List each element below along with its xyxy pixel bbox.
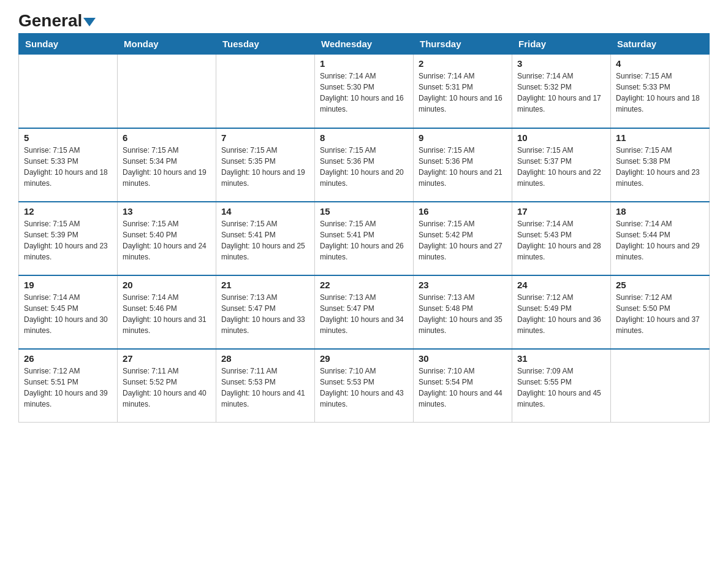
day-number: 20 <box>123 280 211 290</box>
calendar-day-6: 6Sunrise: 7:15 AMSunset: 5:34 PMDaylight… <box>118 128 216 202</box>
day-number: 23 <box>419 280 507 290</box>
day-number: 9 <box>419 132 507 143</box>
day-number: 18 <box>616 206 704 216</box>
day-number: 8 <box>320 132 408 143</box>
calendar-day-1: 1Sunrise: 7:14 AMSunset: 5:30 PMDaylight… <box>315 55 414 128</box>
day-info: Sunrise: 7:14 AMSunset: 5:44 PMDaylight:… <box>616 218 704 262</box>
calendar-week-row: 5Sunrise: 7:15 AMSunset: 5:33 PMDaylight… <box>19 128 710 202</box>
day-info: Sunrise: 7:15 AMSunset: 5:38 PMDaylight:… <box>616 145 704 189</box>
day-info: Sunrise: 7:11 AMSunset: 5:53 PMDaylight:… <box>221 366 309 410</box>
calendar-day-9: 9Sunrise: 7:15 AMSunset: 5:36 PMDaylight… <box>414 128 512 202</box>
day-info: Sunrise: 7:09 AMSunset: 5:55 PMDaylight:… <box>517 366 605 410</box>
calendar-day-16: 16Sunrise: 7:15 AMSunset: 5:42 PMDayligh… <box>414 202 512 275</box>
calendar-day-22: 22Sunrise: 7:13 AMSunset: 5:47 PMDayligh… <box>315 275 414 349</box>
day-number: 7 <box>221 132 309 143</box>
day-info: Sunrise: 7:15 AMSunset: 5:40 PMDaylight:… <box>123 218 211 262</box>
calendar-day-21: 21Sunrise: 7:13 AMSunset: 5:47 PMDayligh… <box>216 275 315 349</box>
calendar-day-12: 12Sunrise: 7:15 AMSunset: 5:39 PMDayligh… <box>19 202 118 275</box>
calendar-day-26: 26Sunrise: 7:12 AMSunset: 5:51 PMDayligh… <box>19 349 118 423</box>
day-number: 30 <box>419 353 507 364</box>
calendar-week-row: 19Sunrise: 7:14 AMSunset: 5:45 PMDayligh… <box>19 275 710 349</box>
calendar-day-8: 8Sunrise: 7:15 AMSunset: 5:36 PMDaylight… <box>315 128 414 202</box>
day-info: Sunrise: 7:14 AMSunset: 5:46 PMDaylight:… <box>123 292 211 336</box>
day-info: Sunrise: 7:15 AMSunset: 5:34 PMDaylight:… <box>123 145 211 189</box>
day-info: Sunrise: 7:11 AMSunset: 5:52 PMDaylight:… <box>123 366 211 410</box>
calendar-empty-cell <box>19 55 118 128</box>
calendar-day-25: 25Sunrise: 7:12 AMSunset: 5:50 PMDayligh… <box>611 275 710 349</box>
calendar-day-2: 2Sunrise: 7:14 AMSunset: 5:31 PMDaylight… <box>414 55 512 128</box>
calendar-day-10: 10Sunrise: 7:15 AMSunset: 5:37 PMDayligh… <box>512 128 611 202</box>
day-number: 6 <box>123 132 211 143</box>
calendar-day-5: 5Sunrise: 7:15 AMSunset: 5:33 PMDaylight… <box>19 128 118 202</box>
day-info: Sunrise: 7:12 AMSunset: 5:50 PMDaylight:… <box>616 292 704 336</box>
calendar-day-4: 4Sunrise: 7:15 AMSunset: 5:33 PMDaylight… <box>611 55 710 128</box>
day-number: 14 <box>221 206 309 216</box>
day-number: 25 <box>616 280 704 290</box>
calendar-day-13: 13Sunrise: 7:15 AMSunset: 5:40 PMDayligh… <box>118 202 216 275</box>
day-number: 4 <box>616 58 704 69</box>
calendar-header-friday: Friday <box>512 34 611 55</box>
day-info: Sunrise: 7:15 AMSunset: 5:42 PMDaylight:… <box>419 218 507 262</box>
day-info: Sunrise: 7:15 AMSunset: 5:36 PMDaylight:… <box>419 145 507 189</box>
calendar-header-saturday: Saturday <box>611 34 710 55</box>
day-info: Sunrise: 7:15 AMSunset: 5:36 PMDaylight:… <box>320 145 408 189</box>
day-info: Sunrise: 7:14 AMSunset: 5:31 PMDaylight:… <box>419 71 507 115</box>
calendar-week-row: 1Sunrise: 7:14 AMSunset: 5:30 PMDaylight… <box>19 55 710 128</box>
day-info: Sunrise: 7:15 AMSunset: 5:41 PMDaylight:… <box>221 218 309 262</box>
day-number: 5 <box>24 132 112 143</box>
day-number: 26 <box>24 353 112 364</box>
day-number: 16 <box>419 206 507 216</box>
day-info: Sunrise: 7:15 AMSunset: 5:33 PMDaylight:… <box>24 145 112 189</box>
day-number: 19 <box>24 280 112 290</box>
logo-general-word: General <box>18 12 82 29</box>
day-number: 13 <box>123 206 211 216</box>
calendar-header-row: SundayMondayTuesdayWednesdayThursdayFrid… <box>19 34 710 55</box>
calendar-week-row: 12Sunrise: 7:15 AMSunset: 5:39 PMDayligh… <box>19 202 710 275</box>
calendar-header-wednesday: Wednesday <box>315 34 414 55</box>
calendar-header-thursday: Thursday <box>414 34 512 55</box>
calendar-day-23: 23Sunrise: 7:13 AMSunset: 5:48 PMDayligh… <box>414 275 512 349</box>
calendar-day-18: 18Sunrise: 7:14 AMSunset: 5:44 PMDayligh… <box>611 202 710 275</box>
day-number: 2 <box>419 58 507 69</box>
calendar-week-row: 26Sunrise: 7:12 AMSunset: 5:51 PMDayligh… <box>19 349 710 423</box>
calendar-day-15: 15Sunrise: 7:15 AMSunset: 5:41 PMDayligh… <box>315 202 414 275</box>
day-info: Sunrise: 7:12 AMSunset: 5:51 PMDaylight:… <box>24 366 112 410</box>
day-number: 10 <box>517 132 605 143</box>
day-info: Sunrise: 7:14 AMSunset: 5:30 PMDaylight:… <box>320 71 408 115</box>
calendar-day-17: 17Sunrise: 7:14 AMSunset: 5:43 PMDayligh… <box>512 202 611 275</box>
calendar-day-27: 27Sunrise: 7:11 AMSunset: 5:52 PMDayligh… <box>118 349 216 423</box>
calendar-day-14: 14Sunrise: 7:15 AMSunset: 5:41 PMDayligh… <box>216 202 315 275</box>
day-info: Sunrise: 7:13 AMSunset: 5:47 PMDaylight:… <box>320 292 408 336</box>
calendar-header-tuesday: Tuesday <box>216 34 315 55</box>
day-info: Sunrise: 7:15 AMSunset: 5:33 PMDaylight:… <box>616 71 704 115</box>
day-number: 27 <box>123 353 211 364</box>
day-number: 31 <box>517 353 605 364</box>
day-info: Sunrise: 7:10 AMSunset: 5:53 PMDaylight:… <box>320 366 408 410</box>
calendar-empty-cell <box>118 55 216 128</box>
day-info: Sunrise: 7:13 AMSunset: 5:48 PMDaylight:… <box>419 292 507 336</box>
day-number: 21 <box>221 280 309 290</box>
day-info: Sunrise: 7:15 AMSunset: 5:41 PMDaylight:… <box>320 218 408 262</box>
day-number: 3 <box>517 58 605 69</box>
day-number: 28 <box>221 353 309 364</box>
day-info: Sunrise: 7:10 AMSunset: 5:54 PMDaylight:… <box>419 366 507 410</box>
day-number: 22 <box>320 280 408 290</box>
day-number: 12 <box>24 206 112 216</box>
calendar-day-7: 7Sunrise: 7:15 AMSunset: 5:35 PMDaylight… <box>216 128 315 202</box>
day-info: Sunrise: 7:15 AMSunset: 5:35 PMDaylight:… <box>221 145 309 189</box>
calendar-empty-cell <box>611 349 710 423</box>
calendar-day-19: 19Sunrise: 7:14 AMSunset: 5:45 PMDayligh… <box>19 275 118 349</box>
calendar-day-11: 11Sunrise: 7:15 AMSunset: 5:38 PMDayligh… <box>611 128 710 202</box>
day-number: 11 <box>616 132 704 143</box>
logo: General <box>18 12 96 27</box>
day-info: Sunrise: 7:15 AMSunset: 5:37 PMDaylight:… <box>517 145 605 189</box>
calendar-day-29: 29Sunrise: 7:10 AMSunset: 5:53 PMDayligh… <box>315 349 414 423</box>
calendar-day-3: 3Sunrise: 7:14 AMSunset: 5:32 PMDaylight… <box>512 55 611 128</box>
day-number: 1 <box>320 58 408 69</box>
day-number: 29 <box>320 353 408 364</box>
calendar-table: SundayMondayTuesdayWednesdayThursdayFrid… <box>18 33 710 423</box>
day-number: 15 <box>320 206 408 216</box>
calendar-empty-cell <box>216 55 315 128</box>
calendar-day-30: 30Sunrise: 7:10 AMSunset: 5:54 PMDayligh… <box>414 349 512 423</box>
calendar-day-24: 24Sunrise: 7:12 AMSunset: 5:49 PMDayligh… <box>512 275 611 349</box>
